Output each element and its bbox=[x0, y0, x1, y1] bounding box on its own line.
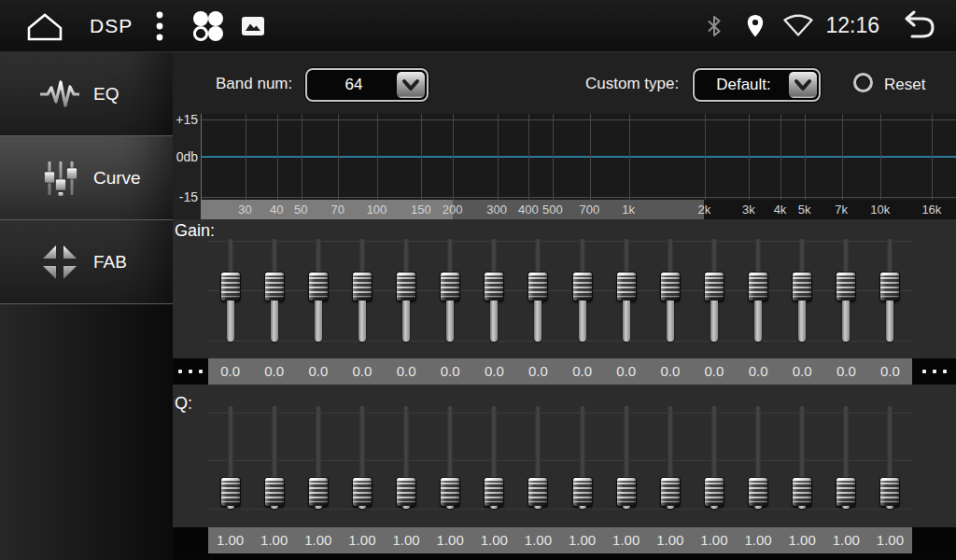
gain-value: 0.0 bbox=[208, 358, 252, 385]
q-slider[interactable] bbox=[737, 406, 780, 511]
q-slider[interactable] bbox=[604, 406, 648, 511]
slider-knob[interactable] bbox=[221, 273, 240, 301]
kebab-menu-icon[interactable] bbox=[155, 10, 164, 42]
slider-track bbox=[534, 506, 541, 509]
slider-knob[interactable] bbox=[880, 478, 899, 506]
slider-knob[interactable] bbox=[705, 478, 724, 506]
gain-slider[interactable] bbox=[560, 239, 604, 343]
gain-slider[interactable] bbox=[692, 239, 736, 343]
eq-plot[interactable] bbox=[201, 114, 956, 200]
freq-label: 40 bbox=[270, 200, 283, 219]
q-slider[interactable] bbox=[560, 406, 604, 511]
wifi-icon[interactable] bbox=[782, 14, 814, 37]
q-slider[interactable] bbox=[648, 406, 692, 511]
eq-waveform-icon bbox=[39, 77, 80, 112]
q-slider[interactable] bbox=[868, 406, 912, 511]
slider-track bbox=[886, 506, 893, 509]
app-launcher-icon[interactable] bbox=[190, 9, 224, 43]
gain-slider[interactable] bbox=[472, 239, 516, 343]
sidebar-item-curve[interactable]: Curve bbox=[0, 136, 173, 220]
reset-radio[interactable] bbox=[853, 73, 873, 92]
slider-knob[interactable] bbox=[793, 273, 811, 301]
slider-track bbox=[667, 239, 673, 273]
back-icon[interactable] bbox=[894, 10, 937, 42]
q-slider[interactable] bbox=[516, 406, 560, 511]
q-slider[interactable] bbox=[824, 406, 868, 511]
chevron-down-icon[interactable] bbox=[789, 72, 817, 98]
slider-knob[interactable] bbox=[661, 273, 680, 301]
slider-knob[interactable] bbox=[221, 478, 240, 506]
slider-knob[interactable] bbox=[573, 478, 592, 506]
q-slider[interactable] bbox=[429, 406, 472, 511]
slider-knob[interactable] bbox=[617, 273, 636, 301]
freq-gridline bbox=[629, 114, 630, 200]
q-slider[interactable] bbox=[385, 406, 429, 511]
slider-knob[interactable] bbox=[397, 478, 415, 506]
slider-knob[interactable] bbox=[353, 273, 372, 301]
q-label: Q: bbox=[175, 394, 192, 413]
q-more-right-button[interactable] bbox=[912, 527, 956, 553]
home-icon[interactable] bbox=[24, 9, 65, 43]
slider-knob[interactable] bbox=[573, 273, 592, 301]
gain-slider[interactable] bbox=[516, 239, 560, 343]
chevron-down-icon[interactable] bbox=[397, 72, 425, 98]
q-value: 1.00 bbox=[824, 527, 868, 553]
q-slider[interactable] bbox=[780, 406, 824, 511]
slider-track bbox=[491, 406, 498, 478]
freq-label: 70 bbox=[330, 200, 344, 219]
slider-knob[interactable] bbox=[353, 478, 372, 506]
freq-gridline bbox=[528, 114, 529, 200]
slider-knob[interactable] bbox=[441, 478, 459, 506]
custom-type-dropdown[interactable]: Default: bbox=[693, 68, 821, 102]
freq-axis[interactable]: 304050701001502003004005007001k2k3k4k5k7… bbox=[201, 200, 956, 219]
gain-slider[interactable] bbox=[737, 239, 780, 343]
gain-slider[interactable] bbox=[252, 239, 296, 343]
slider-knob[interactable] bbox=[528, 478, 547, 506]
slider-knob[interactable] bbox=[309, 273, 328, 301]
gain-slider[interactable] bbox=[429, 239, 472, 343]
gain-more-right-button[interactable] bbox=[912, 358, 956, 385]
gain-slider[interactable] bbox=[868, 239, 912, 343]
slider-knob[interactable] bbox=[749, 273, 767, 301]
freq-label: 400 bbox=[518, 200, 539, 219]
slider-knob[interactable] bbox=[528, 273, 547, 301]
gain-slider[interactable] bbox=[648, 239, 692, 343]
slider-knob[interactable] bbox=[836, 478, 855, 506]
slider-knob[interactable] bbox=[749, 478, 767, 506]
freq-gridline bbox=[277, 114, 278, 200]
slider-knob[interactable] bbox=[265, 273, 284, 301]
gain-slider[interactable] bbox=[340, 239, 384, 343]
slider-knob[interactable] bbox=[485, 478, 503, 506]
slider-knob[interactable] bbox=[836, 273, 855, 301]
sidebar-item-eq[interactable]: EQ bbox=[0, 52, 173, 136]
gain-more-left-button[interactable] bbox=[173, 358, 208, 385]
q-more-left-button[interactable] bbox=[173, 527, 208, 553]
slider-knob[interactable] bbox=[617, 478, 636, 506]
slider-knob[interactable] bbox=[661, 478, 680, 506]
gain-slider[interactable] bbox=[824, 239, 868, 343]
q-slider[interactable] bbox=[208, 406, 252, 511]
slider-knob[interactable] bbox=[441, 273, 459, 301]
gain-slider[interactable] bbox=[208, 239, 252, 343]
location-icon[interactable] bbox=[745, 14, 766, 38]
slider-knob[interactable] bbox=[397, 273, 415, 301]
gallery-icon[interactable] bbox=[241, 16, 265, 36]
slider-knob[interactable] bbox=[485, 273, 503, 301]
q-slider[interactable] bbox=[296, 406, 340, 511]
slider-knob[interactable] bbox=[880, 273, 899, 301]
q-slider[interactable] bbox=[340, 406, 384, 511]
gain-slider[interactable] bbox=[604, 239, 648, 343]
bluetooth-icon[interactable] bbox=[704, 14, 724, 38]
gain-slider[interactable] bbox=[780, 239, 824, 343]
slider-knob[interactable] bbox=[265, 478, 284, 506]
q-slider[interactable] bbox=[692, 406, 736, 511]
slider-knob[interactable] bbox=[705, 273, 724, 301]
sidebar-item-fab[interactable]: FAB bbox=[0, 220, 173, 304]
gain-slider[interactable] bbox=[296, 239, 340, 343]
slider-knob[interactable] bbox=[793, 478, 811, 506]
gain-slider[interactable] bbox=[385, 239, 429, 343]
band-num-dropdown[interactable]: 64 bbox=[305, 68, 429, 102]
q-slider[interactable] bbox=[252, 406, 296, 511]
slider-knob[interactable] bbox=[309, 478, 328, 506]
q-slider[interactable] bbox=[472, 406, 516, 511]
